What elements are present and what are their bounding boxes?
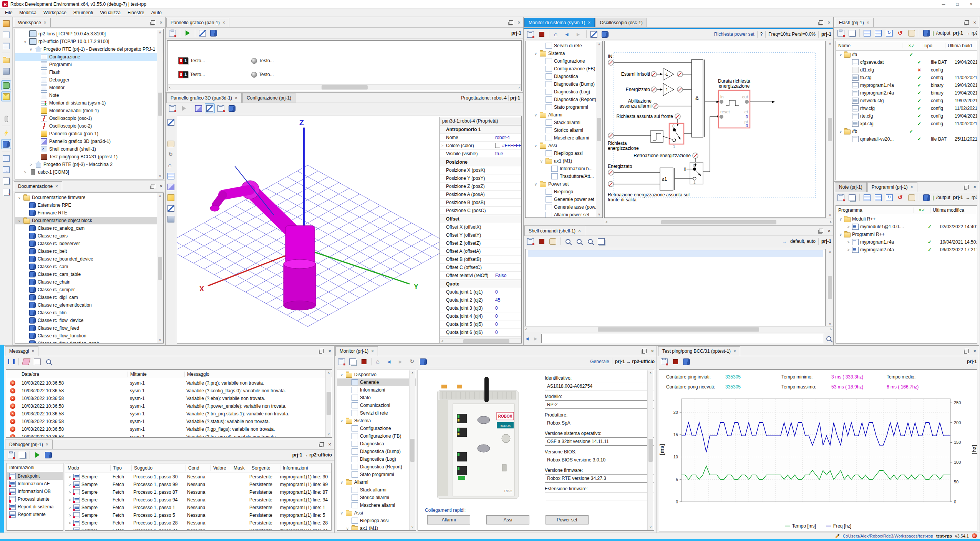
app-toolbar-button[interactable]	[2, 53, 10, 53]
tree-item[interactable]: > Progetto RTE (prj-3) - Macchina 2	[15, 161, 163, 168]
flash-file-row[interactable]: rhw.cfg config 11/02/2021 14:44:00	[836, 105, 977, 112]
search-button[interactable]	[563, 236, 573, 246]
menu-item[interactable]: Strumenti	[70, 9, 96, 17]
tree-item[interactable]: Configurazione	[15, 53, 163, 61]
expander-icon[interactable]: ∨	[534, 113, 538, 117]
property-row[interactable]: Quota joint 4 (qj4) 0	[440, 312, 522, 320]
close-panel-icon[interactable]: ×	[972, 348, 977, 354]
tab-graphic-panel[interactable]: Pannello grafico (pan-1)×	[166, 18, 229, 27]
app-toolbar-button[interactable]	[1, 187, 11, 197]
tree-item[interactable]: Oscilloscopio (osc-1)	[15, 115, 163, 122]
close-icon[interactable]: ×	[55, 184, 58, 189]
tree-item[interactable]: Riepilogo	[526, 188, 602, 196]
flash-file-row[interactable]: df1.cfg config	[836, 66, 977, 74]
tree-item[interactable]: ∨ Assi	[526, 142, 602, 149]
tree-item[interactable]: Shell comandi (shell-1)	[15, 145, 163, 153]
tab-programs[interactable]: Programmi (prj-1)×	[867, 182, 917, 192]
property-row[interactable]: Posizione A (posA)	[440, 191, 522, 199]
tree-item[interactable]: Storico allarmi	[337, 494, 416, 501]
property-row[interactable]: Nome robot-4	[440, 134, 522, 142]
run-button[interactable]	[179, 103, 189, 113]
debugger-category-item[interactable]: Informazioni OB	[7, 488, 63, 495]
close-icon[interactable]: ×	[46, 442, 48, 447]
debugger-category-item[interactable]: Breakpoint	[7, 472, 63, 480]
expander-icon[interactable]: ∨	[340, 419, 344, 423]
app-toolbar-button[interactable]	[1, 114, 11, 124]
tree-item[interactable]: Classe rc_elementlocation	[15, 301, 163, 309]
app-toolbar-button[interactable]	[1, 41, 11, 51]
output-folder[interactable]: /output	[936, 30, 950, 36]
property-row[interactable]: Offset A (offsetA)	[440, 247, 522, 256]
message-row[interactable]: 10/03/2022 10:36:58 sysm-1 Variabile (?.…	[6, 379, 332, 387]
help-button[interactable]	[600, 29, 610, 39]
help-button[interactable]	[209, 28, 219, 38]
flash-file-row[interactable]: qmakeall-vs20... file BAT 25/11/2021 15:…	[836, 135, 977, 143]
tree-item[interactable]: ∨ rp2-ufficio [TCP/IP 10.0.17.2:8100]	[15, 38, 163, 45]
app-toolbar-button[interactable]	[1, 128, 11, 138]
program-row[interactable]: >mymodule1@1.0.0.... 02/02/2022 14:40:34…	[836, 223, 977, 231]
tree-item[interactable]: Diagnostica (Log)	[526, 88, 602, 96]
tree-item[interactable]: Monitor di sistema (sysm-1)	[15, 99, 163, 107]
quick-link-button[interactable]: Assi	[486, 515, 529, 524]
app-toolbar-button[interactable]	[1, 164, 11, 174]
tab-documentation[interactable]: Documentazione×	[14, 181, 62, 191]
float-panel-icon[interactable]	[965, 185, 969, 189]
tree-item[interactable]: Diagnostica (Dump)	[337, 448, 416, 455]
3d-viewport[interactable]: Z X Y pan3d-1:robot-4 (Prop	[177, 116, 522, 344]
property-value[interactable]: 0	[495, 305, 522, 311]
zoom-in-button[interactable]	[574, 236, 584, 246]
help-button[interactable]	[922, 193, 932, 202]
tree-item[interactable]: ∨ Allarmi	[337, 478, 416, 486]
forward-button[interactable]	[396, 357, 406, 367]
tree-item[interactable]: Classe rc_cam	[15, 263, 163, 270]
properties-button[interactable]	[6, 450, 16, 460]
property-row[interactable]: Posizione Y (posY)	[440, 174, 522, 183]
float-panel-icon[interactable]	[509, 20, 513, 25]
3d-tool-button[interactable]	[166, 171, 176, 181]
close-icon[interactable]: ×	[371, 348, 374, 354]
vertical-scrollbar[interactable]: ∧∨	[827, 41, 833, 218]
tree-item[interactable]: Stato programmi	[526, 103, 602, 111]
close-icon[interactable]: ×	[235, 95, 237, 101]
tree-item[interactable]: Stato	[337, 394, 416, 402]
device-field-value[interactable]: Robox SpA	[545, 419, 654, 427]
panel-widget[interactable]: 01 Testo...	[178, 56, 251, 65]
tab-oscilloscope[interactable]: Oscilloscopio (osc-1)	[595, 18, 647, 27]
tab-system-monitor[interactable]: Monitor di sistema (sysm-1)×	[524, 18, 595, 27]
shell-command-input[interactable]	[541, 334, 824, 343]
3d-tool-button[interactable]	[166, 128, 176, 138]
tree-item[interactable]: ∨ Dispositivo	[337, 371, 416, 378]
3d-tool-button[interactable]	[166, 139, 176, 149]
tree-item[interactable]: Classe rc_crimper	[15, 286, 163, 294]
workspace-path[interactable]: C:/Users/Alex/Robox/Rde3/Workspaces/test…	[843, 534, 933, 538]
edit-button[interactable]	[216, 103, 226, 113]
tree-item[interactable]: Diagnostica (Report)	[337, 463, 416, 471]
property-row[interactable]: Offset relativi (relOff) Falso	[440, 272, 522, 280]
app-toolbar-button[interactable]	[2, 126, 10, 126]
message-row[interactable]: 10/03/2022 10:36:58 sysm-1 Variabile (?.…	[6, 395, 332, 402]
device-field-value[interactable]: OSF a 32bit versione 14.11.11	[545, 437, 654, 446]
float-panel-icon[interactable]	[320, 349, 324, 353]
breakpoint-row[interactable]: >Sempre Fetch Processo 1, passo 30 Nessu…	[65, 473, 331, 481]
tree-item[interactable]: Configurazione	[337, 425, 416, 432]
property-value[interactable]: 45	[495, 297, 522, 303]
tree-item[interactable]: Classe rc_flow_device	[15, 317, 163, 324]
back-button[interactable]	[385, 357, 395, 367]
refresh-button[interactable]	[407, 357, 417, 367]
stop-button[interactable]	[359, 357, 369, 367]
minimize-button[interactable]: ─	[937, 1, 950, 8]
properties-button[interactable]	[337, 357, 347, 367]
expander-icon[interactable]: ∨	[534, 51, 538, 56]
views-button[interactable]	[348, 357, 358, 367]
tab-graphic-3d[interactable]: Pannello grafico 3D (pan3d-1)×	[166, 93, 242, 103]
tree-item[interactable]: Monitor variabili (mon-1)	[15, 107, 163, 115]
help-button[interactable]	[43, 450, 53, 460]
flash-file-row[interactable]: ∨/fb	[836, 128, 977, 135]
tree-item[interactable]: Storico allarmi	[526, 126, 602, 134]
tab-pingpong[interactable]: Test ping/pong BCC/31 (pptest-1)×	[658, 346, 740, 356]
message-row[interactable]: 10/03/2022 10:36:58 sysm-1 Variabile (?.…	[6, 433, 332, 438]
properties-button[interactable]	[526, 29, 536, 39]
stop-button[interactable]	[537, 29, 547, 39]
panel-widget[interactable]: 01 Testo...	[178, 70, 251, 79]
close-panel-icon[interactable]: ×	[158, 183, 164, 189]
